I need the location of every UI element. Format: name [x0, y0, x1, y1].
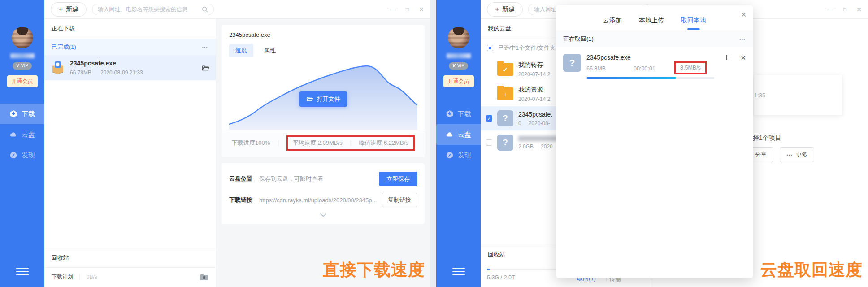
- progress-text: 下载进度100%: [232, 139, 270, 147]
- open-vip-button[interactable]: 开通会员: [7, 75, 38, 87]
- retrieve-progress-bar: [586, 77, 714, 79]
- speed-card: 2345pcsafe.exe 速度 属性: [222, 25, 425, 157]
- sidebar-item-label: 云盘: [22, 130, 35, 139]
- item-name: 我的转存: [518, 61, 550, 69]
- avg-speed: 平均速度 2.09MB/s: [293, 139, 343, 147]
- sidebar-item-discover[interactable]: 发现: [436, 145, 481, 165]
- unchecked-checkbox[interactable]: [486, 139, 492, 146]
- left-main: +新建 — □ ✕ 正在下载 已完成(1) ⋯: [44, 0, 430, 287]
- plan-label[interactable]: 下载计划: [52, 273, 73, 281]
- completed-header-row[interactable]: 已完成(1) ⋯: [44, 39, 216, 55]
- window-controls: — □ ✕: [390, 6, 424, 13]
- select-all-checkbox[interactable]: [487, 45, 493, 51]
- transfer-folder-icon: ✓: [497, 63, 513, 76]
- copy-link-button[interactable]: 复制链接: [382, 193, 417, 207]
- checked-checkbox[interactable]: ✓: [486, 115, 492, 122]
- window-controls: — □ ✕: [827, 6, 862, 13]
- cloud-icon: [9, 130, 17, 139]
- retrieving-file-row: ? 2345pcsafe.exe ✕ 66.8MB 00:00:01 8.5MB…: [556, 47, 753, 79]
- sidebar-item-cloud[interactable]: 云盘: [436, 124, 481, 145]
- close-button[interactable]: ✕: [856, 6, 862, 13]
- cloud-location-row: 云盘位置 保存到云盘，可随时查看 立即保存: [229, 172, 417, 186]
- download-link-row: 下载链接 https://cdn.rayks.ml/uploads/2020/0…: [229, 193, 417, 207]
- tab-local-upload[interactable]: 本地上传: [639, 17, 664, 25]
- retrieving-file-time: 00:00:01: [634, 65, 655, 72]
- cloud-location-label: 云盘位置: [229, 175, 252, 183]
- tab-properties[interactable]: 属性: [258, 44, 282, 57]
- download-link-url: https://cdn.rayks.ml/uploads/2020/08/234…: [259, 197, 382, 204]
- retrieving-file-size: 66.8MB: [586, 65, 606, 72]
- cloud-disk-window: VVIP 开通会员 下载 云盘 发现 +新建: [436, 0, 868, 287]
- background-detail-card: 1:35: [754, 75, 842, 115]
- sidebar-item-discover[interactable]: 发现: [0, 145, 44, 165]
- plus-icon: +: [495, 6, 499, 13]
- tab-cloud-add[interactable]: 云添加: [603, 17, 622, 25]
- avatar[interactable]: [448, 27, 469, 48]
- downloading-header: 正在下载: [44, 19, 216, 39]
- save-now-button[interactable]: 立即保存: [379, 172, 417, 186]
- sidebar-item-label: 云盘: [458, 130, 471, 139]
- speed-annotation-box: 8.5MB/s: [674, 61, 707, 74]
- plan-speed: 0B/s: [87, 274, 97, 280]
- collapse-chevron[interactable]: [229, 207, 417, 220]
- minimize-button[interactable]: —: [390, 6, 396, 13]
- peak-speed: 峰值速度 6.22MB/s: [359, 139, 408, 147]
- maximize-button[interactable]: □: [843, 7, 846, 12]
- open-folder-icon[interactable]: [202, 65, 209, 71]
- retrieving-file-speed: 8.5MB/s: [680, 65, 701, 71]
- popup-tabs: 云添加 本地上传 取回本地: [556, 5, 753, 31]
- more-button[interactable]: ⋯ 更多: [780, 147, 814, 162]
- sidebar-item-download[interactable]: 下载: [0, 104, 44, 124]
- avatar[interactable]: [12, 27, 33, 48]
- file-name: 2345pcsafe.exe: [70, 60, 143, 67]
- unknown-file-icon: ?: [563, 54, 581, 72]
- more-icon[interactable]: ⋯: [202, 44, 208, 51]
- unknown-file-icon: ?: [497, 110, 513, 126]
- sidebar-item-label: 下载: [458, 110, 471, 118]
- speed-stats-bar: 下载进度100% ｜ 平均速度 2.09MB/s ｜ 峰值速度 6.22MB/s: [222, 130, 425, 157]
- left-sidebar: VVIP 开通会员 下载 云盘 发现: [0, 0, 44, 287]
- locked-folder-icon[interactable]: [200, 274, 208, 281]
- open-vip-button[interactable]: 开通会员: [443, 75, 474, 87]
- file-date: 2020-08-09 21:33: [100, 70, 143, 76]
- retrieving-section-header: 正在取回(1) ⋯: [556, 31, 753, 47]
- close-button[interactable]: ✕: [419, 6, 424, 13]
- item-meta: 0 2020-08-: [518, 120, 552, 126]
- open-file-button[interactable]: 打开文件: [299, 91, 347, 107]
- download-manager-window: VVIP 开通会员 下载 云盘 发现 +新建: [0, 0, 430, 287]
- detail-panel: 2345pcsafe.exe 速度 属性: [216, 19, 430, 287]
- detail-file-title: 2345pcsafe.exe: [229, 31, 417, 38]
- vip-v-logo: V: [16, 64, 19, 68]
- plus-icon: +: [59, 6, 63, 13]
- menu-icon[interactable]: [16, 266, 29, 277]
- minimize-button[interactable]: —: [827, 6, 833, 13]
- download-file-row[interactable]: 2345pcsafe.exe 66.78MB 2020-08-09 21:33: [44, 55, 216, 80]
- recycle-bin-item[interactable]: 回收站: [44, 248, 216, 267]
- tab-retrieve-local[interactable]: 取回本地: [681, 17, 706, 25]
- menu-icon[interactable]: [452, 266, 465, 277]
- sidebar-item-cloud[interactable]: 云盘: [0, 124, 44, 145]
- cloud-location-desc: 保存到云盘，可随时查看: [259, 175, 379, 183]
- unknown-file-icon: ?: [497, 135, 513, 151]
- selection-count-fragment: 择1个项目: [753, 134, 781, 142]
- popup-close-icon[interactable]: ✕: [741, 11, 746, 18]
- cancel-icon[interactable]: ✕: [740, 54, 746, 61]
- right-sidebar: VVIP 开通会员 下载 云盘 发现: [436, 0, 481, 287]
- item-meta: 2020-07-14 2: [518, 96, 550, 102]
- retrieving-file-name: 2345pcsafe.exe: [586, 54, 631, 61]
- plan-divider: ｜: [77, 273, 82, 281]
- maximize-button[interactable]: □: [406, 7, 409, 12]
- new-task-button[interactable]: +新建: [51, 2, 87, 17]
- more-icon[interactable]: ⋯: [739, 36, 746, 43]
- pause-icon[interactable]: [726, 55, 729, 60]
- search-input[interactable]: [98, 6, 198, 13]
- sidebar-item-download[interactable]: 下载: [436, 104, 481, 124]
- new-task-button[interactable]: +新建: [487, 2, 523, 17]
- resources-folder-icon: ↓: [497, 87, 513, 100]
- tab-speed[interactable]: 速度: [229, 44, 253, 57]
- caption-direct-download-speed: 直接下载速度: [323, 259, 425, 281]
- download-icon: [9, 110, 17, 118]
- search-bar[interactable]: [92, 4, 214, 15]
- sidebar-item-label: 下载: [22, 110, 35, 118]
- cloud-transfer-popup: ✕ 云添加 本地上传 取回本地 正在取回(1) ⋯ ? 2345pcsafe.e…: [556, 5, 753, 278]
